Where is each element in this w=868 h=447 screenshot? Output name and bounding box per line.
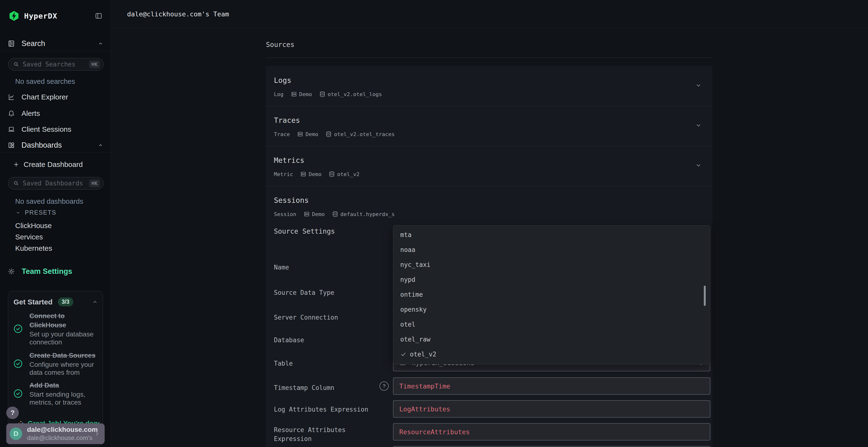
log-attributes-label: Log Attributes Expression [274, 405, 375, 414]
source-data-type-label: Source Data Type [274, 288, 375, 297]
source-connection: Demo [309, 171, 321, 177]
saved-dashboards-shortcut: ⌘K [89, 179, 100, 187]
resource-attributes-input[interactable]: ResourceAttributes [393, 423, 710, 441]
sources-heading: Sources [266, 41, 294, 49]
gear-icon [8, 268, 15, 275]
bell-icon [8, 110, 15, 117]
saved-dashboards-placeholder: Saved Dashboards [23, 180, 83, 187]
chart-line-icon [8, 94, 15, 101]
timestamp-column-input[interactable]: TimestampTime [393, 377, 710, 395]
search-journal-icon [8, 40, 15, 47]
get-started-item-connect[interactable]: Connect to ClickHouse Set up your databa… [13, 311, 100, 346]
dropdown-option-label: ontime [400, 291, 423, 298]
log-attributes-input[interactable]: LogAttributes [393, 400, 710, 418]
source-card-sessions[interactable]: Sessions Session Demo default.hyperdx_s [266, 186, 712, 226]
source-table: otel_v2.otel_traces [334, 131, 395, 137]
source-card-meta: Session Demo default.hyperdx_s [274, 211, 395, 217]
database-icon [326, 131, 332, 137]
create-dashboard-button[interactable]: Create Dashboard [0, 157, 111, 172]
source-table: otel_v2.otel_logs [328, 91, 382, 97]
source-type: Session [274, 211, 296, 217]
sidebar-section-dashboards[interactable]: Dashboards [0, 138, 111, 153]
get-started-item-sources[interactable]: Create Data Sources Configure where your… [13, 351, 100, 376]
user-menu[interactable]: D dale@clickhouse.com dale@clickhouse.co… [6, 423, 105, 444]
log-attributes-value: LogAttributes [399, 405, 450, 413]
source-card-title: Metrics [274, 156, 304, 165]
help-button[interactable]: ? [6, 407, 19, 419]
dropdown-option-label: otel [400, 321, 415, 328]
source-card-meta: Log Demo otel_v2.otel_logs [274, 91, 382, 97]
dashboard-layout-icon [8, 142, 15, 149]
dropdown-option[interactable]: nyc_taxi [393, 257, 710, 272]
sidebar-item-client-sessions[interactable]: Client Sessions [0, 122, 111, 137]
main-content: Sources Logs Log Demo otel_v2.otel_logs … [111, 28, 868, 447]
source-type: Metric [274, 171, 293, 177]
name-label: Name [274, 263, 375, 272]
dropdown-option[interactable]: nypd [393, 272, 710, 287]
sidebar-item-label: Chart Explorer [22, 93, 68, 101]
saved-searches-input[interactable]: Saved Searches ⌘K [8, 58, 104, 71]
get-started-progress-badge: 3/3 [58, 298, 73, 306]
user-name: dale@clickhouse.com [27, 426, 94, 434]
next-input-partial[interactable] [393, 446, 710, 447]
search-section-label: Search [22, 39, 45, 48]
divider [266, 58, 712, 58]
get-started-item-title: Create Data Sources [29, 351, 98, 360]
source-card-meta: Metric Demo otel_v2 [274, 171, 360, 177]
presets-label: PRESETS [25, 209, 56, 216]
chevron-down-icon[interactable] [695, 122, 702, 129]
plus-icon [13, 161, 19, 168]
chevron-down-icon[interactable] [695, 82, 702, 89]
preset-services[interactable]: Services [15, 233, 43, 241]
server-icon [304, 211, 310, 217]
get-started-item-desc: Configure where your data comes from [29, 360, 98, 376]
database-dropdown: mta noaa nyc_taxi nypd ontime opensky ot… [393, 225, 710, 365]
timestamp-help-icon[interactable]: ? [379, 381, 389, 391]
sidebar-item-alerts[interactable]: Alerts [0, 105, 111, 122]
sidebar-section-search[interactable]: Search [0, 36, 111, 51]
collapse-sidebar-icon[interactable] [94, 12, 103, 20]
avatar-initial: D [13, 430, 18, 438]
laptop-icon [8, 126, 15, 133]
dropdown-option-label: nyc_taxi [400, 261, 430, 268]
get-started-item-title: Connect to ClickHouse [29, 311, 98, 330]
dropdown-option[interactable]: mta [393, 227, 710, 242]
presets-toggle[interactable]: PRESETS [16, 209, 56, 216]
sidebar-item-team-settings[interactable]: Team Settings [0, 265, 111, 278]
chevron-down-icon[interactable] [695, 162, 702, 169]
chevron-right-icon [94, 431, 100, 437]
source-table: otel_v2 [337, 171, 360, 177]
search-icon [13, 180, 19, 186]
create-dashboard-label: Create Dashboard [24, 161, 83, 169]
dropdown-option[interactable]: ontime [393, 287, 710, 302]
check-circle-icon [13, 388, 23, 399]
preset-kubernetes[interactable]: Kubernetes [15, 244, 52, 252]
chevron-up-icon[interactable] [92, 299, 98, 305]
hyperdx-logo-icon [8, 10, 20, 22]
get-started-item-add-data[interactable]: Add Data Start sending logs, metrics, or… [13, 381, 100, 406]
dropdown-scrollbar[interactable] [704, 286, 706, 306]
dropdown-option-label: nypd [400, 276, 415, 283]
dropdown-option-selected[interactable]: otel_v2 [393, 347, 710, 362]
server-icon [291, 91, 297, 97]
source-card-logs[interactable]: Logs Log Demo otel_v2.otel_logs [266, 66, 712, 106]
server-icon [300, 171, 306, 177]
sidebar-item-chart-explorer[interactable]: Chart Explorer [0, 89, 111, 105]
search-icon [13, 61, 19, 67]
get-started-header[interactable]: Get Started 3/3 [13, 298, 98, 306]
saved-dashboards-input[interactable]: Saved Dashboards ⌘K [8, 177, 104, 190]
database-icon [329, 171, 335, 177]
source-connection: Demo [306, 131, 318, 137]
dropdown-option[interactable]: opensky [393, 302, 710, 317]
dropdown-option[interactable]: otel_raw [393, 332, 710, 347]
source-card-traces[interactable]: Traces Trace Demo otel_v2.otel_traces [266, 106, 712, 146]
preset-clickhouse[interactable]: ClickHouse [15, 221, 52, 230]
dropdown-option[interactable]: otel [393, 317, 710, 332]
source-card-metrics[interactable]: Metrics Metric Demo otel_v2 [266, 146, 712, 186]
source-card-title: Logs [274, 76, 291, 84]
saved-searches-placeholder: Saved Searches [23, 61, 75, 68]
chevron-up-icon [98, 143, 103, 148]
dropdown-option[interactable]: noaa [393, 242, 710, 257]
dropdown-option-label: opensky [400, 306, 427, 313]
get-started-item-title: Add Data [29, 381, 98, 390]
